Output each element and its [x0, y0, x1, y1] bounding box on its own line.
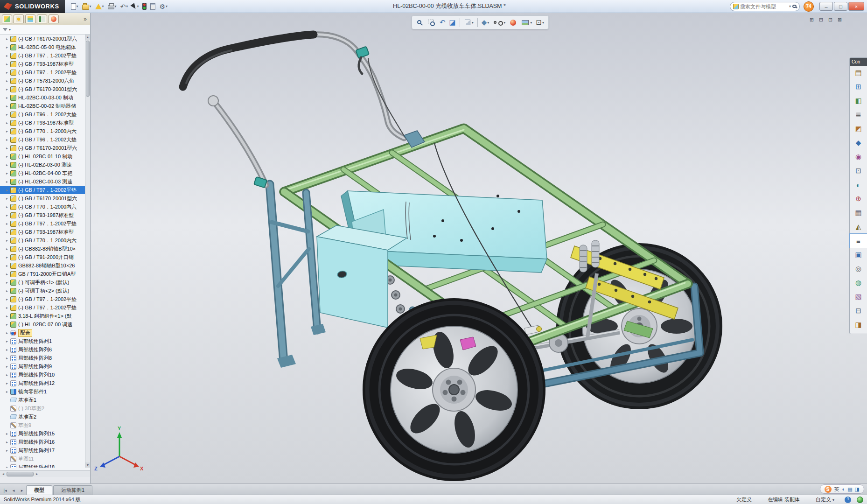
tree-item[interactable]: ▸局部线性阵列15 [0, 429, 85, 438]
tree-item[interactable]: ▸局部线性阵列18 [0, 463, 85, 468]
tree-item[interactable]: ▸(-) GB / T93-1987标准型 [0, 228, 85, 236]
section-view-button[interactable]: ◪ [448, 17, 457, 28]
expand-icon[interactable]: ▸ [6, 297, 10, 301]
tree-item[interactable]: ▸(-) HL-02BC-01-10 制动 [0, 152, 85, 161]
expand-icon[interactable]: ▸ [6, 373, 10, 377]
tree-item[interactable]: ▸局部线性阵列8 [0, 354, 85, 362]
taskpane-tool-5-button[interactable]: ◩ [850, 122, 867, 136]
tree-vertical-scrollbar[interactable]: ▲ ▼ [85, 35, 90, 468]
new-document-button[interactable]: ▾ [70, 1, 80, 12]
new-window-button[interactable]: ⊞ [808, 16, 816, 23]
ime-language-label[interactable]: 英 [834, 486, 839, 493]
tree-item[interactable]: 基准面1 [0, 396, 85, 404]
expand-icon[interactable]: ▸ [6, 129, 10, 133]
expand-icon[interactable]: ▸ [6, 289, 10, 293]
tree-item[interactable]: ▸(-) GB / T97．1-2002平垫 [0, 186, 85, 194]
tree-item[interactable]: ▸(-) GB / T97．1-2002平垫 [0, 295, 85, 303]
tree-item[interactable]: ▸(-) GB / T70．1-2000内六 [0, 203, 85, 211]
expand-icon[interactable]: ▸ [6, 238, 10, 243]
expand-icon[interactable]: ▸ [6, 196, 10, 201]
expand-icon[interactable]: ▸ [6, 87, 10, 91]
help-icon[interactable]: ? [845, 497, 851, 503]
tree-item[interactable]: ▸(-) GB / T6170-20001型六 [0, 35, 85, 43]
tree-item[interactable]: ▸(-) HL-02BZ-03-00 测速 [0, 161, 85, 169]
expand-icon[interactable]: ▸ [6, 364, 10, 369]
panel-tab-features[interactable] [2, 14, 12, 23]
edit-appearance-button[interactable] [508, 17, 518, 28]
close-document-button[interactable]: ⊠ [836, 16, 844, 23]
taskpane-tool-1-button[interactable]: ▤ [850, 66, 867, 80]
ime-logo-icon[interactable]: S [825, 486, 832, 493]
taskpane-tool-19-button[interactable]: ◨ [850, 318, 867, 332]
print-button[interactable]: ▾ [106, 1, 118, 12]
tree-horizontal-scrollbar[interactable]: ◂ ▸ [0, 470, 90, 477]
tree-item[interactable]: ▸(-) GB / T97．1-2002平垫 [0, 303, 85, 312]
tree-item[interactable]: ▸配合 [0, 329, 85, 337]
expand-icon[interactable]: ▸ [6, 112, 10, 117]
scroll-left-icon[interactable]: ◂ [0, 472, 7, 476]
expand-icon[interactable]: ▸ [6, 79, 10, 83]
expand-icon[interactable]: ▸ [6, 440, 10, 444]
view-settings-button[interactable]: ⊡▾ [534, 17, 545, 28]
tree-item[interactable]: ▸镜向零部件1 [0, 387, 85, 396]
taskpane-tool-2-button[interactable]: ⊞ [850, 80, 867, 94]
maximize-button[interactable]: □ [834, 2, 847, 11]
tree-item[interactable]: ▸(-) GB / T6170-20001型六 [0, 144, 85, 152]
taskpane-tool-17-button[interactable]: ▧ [850, 290, 867, 304]
status-custom-dropdown[interactable]: 自定义▾ [816, 496, 834, 503]
expand-icon[interactable]: ▸ [6, 62, 10, 66]
notification-badge[interactable]: 74 [804, 1, 814, 12]
search-input[interactable] [740, 4, 787, 9]
tree-item[interactable]: ▸(-) GB / T5781-2000六角 [0, 77, 85, 85]
panel-tab-configurations[interactable] [25, 14, 35, 23]
expand-icon[interactable]: ▸ [6, 331, 10, 335]
previous-view-button[interactable]: ↶ [438, 17, 447, 28]
expand-icon[interactable]: ▸ [6, 96, 10, 100]
scroll-down-icon[interactable]: ▼ [85, 462, 90, 468]
taskpane-tool-10-button[interactable]: ⊕ [850, 192, 867, 206]
tree-item[interactable]: ▸局部线性阵列16 [0, 438, 85, 446]
ime-toolbox-icon[interactable]: ◨ [855, 486, 860, 492]
expand-icon[interactable]: ▸ [6, 390, 10, 394]
panel-overflow-chevron[interactable]: » [82, 16, 88, 22]
ime-mode-icon[interactable]: ◐ [842, 486, 846, 492]
tree-item[interactable]: ▸HL-02BC-05-00 电池箱体 [0, 43, 85, 51]
expand-icon[interactable]: ▸ [6, 121, 10, 125]
expand-icon[interactable]: ▸ [6, 180, 10, 184]
tree-item[interactable]: ▸(-) GB / T97．1-2002平垫 [0, 68, 85, 77]
select-button[interactable]: ▾ [130, 1, 140, 12]
tree-item[interactable]: ▸局部线性阵列17 [0, 446, 85, 455]
scroll-first-button[interactable]: |◂ [1, 486, 9, 495]
filter-dropdown-icon[interactable]: ▾ [9, 28, 11, 32]
tree-filter-bar[interactable]: ▾ [0, 25, 90, 35]
tree-item[interactable]: ▸(-) GB / T97．1-2002平垫 [0, 51, 85, 60]
tree-item[interactable]: ▸(-) GB / T96．1-2002大垫 [0, 110, 85, 119]
expand-icon[interactable]: ▸ [6, 171, 10, 175]
model-canvas[interactable]: Y X Z [91, 13, 867, 483]
tree-item[interactable]: ▸HL-02BC-00-02 制动器储 [0, 102, 85, 110]
publish-edrawings-button[interactable]: ▾ [94, 1, 105, 12]
panel-tab-dimxpert[interactable] [37, 14, 47, 23]
tree-item[interactable]: 草图11 [0, 455, 85, 463]
expand-icon[interactable]: ▸ [6, 70, 10, 75]
tree-item[interactable]: ▸(-) 可调手柄<1> (默认) [0, 278, 85, 287]
tree-item[interactable]: ▸GB882-88销轴B型10×26 [0, 261, 85, 270]
expand-icon[interactable]: ▸ [6, 356, 10, 360]
expand-icon[interactable]: ▸ [6, 465, 10, 468]
status-orb-icon[interactable] [857, 497, 863, 503]
expand-icon[interactable]: ▸ [6, 348, 10, 352]
tree-item[interactable]: ▸(-) GB / T93-1987标准型 [0, 119, 85, 127]
expand-icon[interactable]: ▸ [6, 213, 10, 217]
taskpane-tool-7-button[interactable]: ◉ [850, 150, 867, 164]
taskpane-tool-13-button[interactable]: ≡ [850, 234, 867, 248]
expand-icon[interactable]: ▸ [6, 448, 10, 453]
expand-icon[interactable]: ▸ [6, 255, 10, 259]
expand-icon[interactable]: ▸ [6, 247, 10, 251]
taskpane-tool-4-button[interactable]: ≣ [850, 108, 867, 122]
expand-icon[interactable]: ▸ [6, 54, 10, 58]
expand-icon[interactable]: ▸ [6, 280, 10, 285]
tab-运动算例1[interactable]: 运动算例1 [53, 485, 92, 495]
expand-icon[interactable]: ▸ [6, 272, 10, 276]
tree-item[interactable]: ▸(-) GB / T93-1987标准型 [0, 211, 85, 219]
minimize-document-button[interactable]: ⊟ [817, 16, 825, 23]
